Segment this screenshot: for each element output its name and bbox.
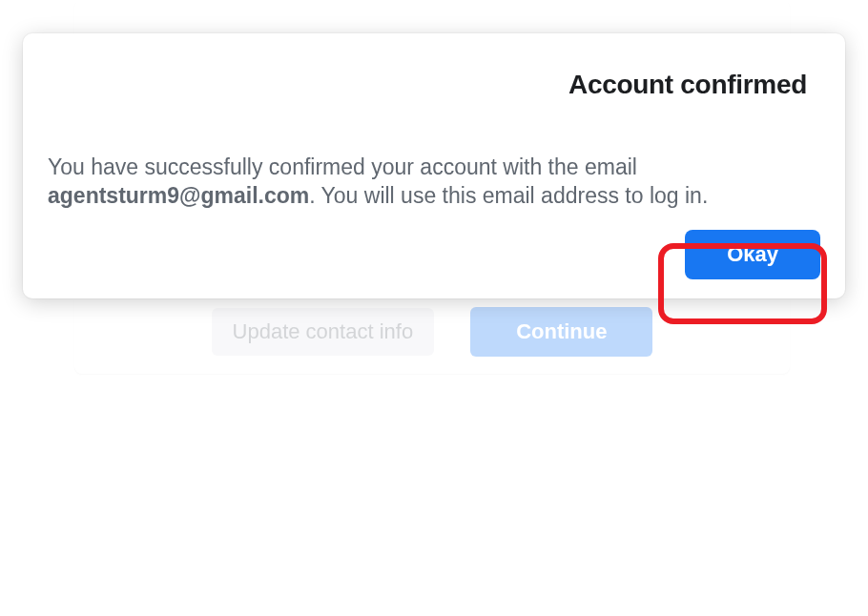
okay-button[interactable]: Okay [685,230,820,279]
modal-message-prefix: You have successfully confirmed your acc… [48,154,637,179]
modal-message: You have successfully confirmed your acc… [48,154,820,211]
modal-body: You have successfully confirmed your acc… [23,100,845,211]
modal-header: Account confirmed [23,33,845,100]
modal-footer: Okay [23,211,845,298]
account-confirmed-modal: Account confirmed You have successfully … [23,33,845,298]
modal-message-suffix: . You will use this email address to log… [309,183,708,208]
modal-title: Account confirmed [61,70,807,100]
confirmed-email: agentsturm9@gmail.com [48,183,309,208]
